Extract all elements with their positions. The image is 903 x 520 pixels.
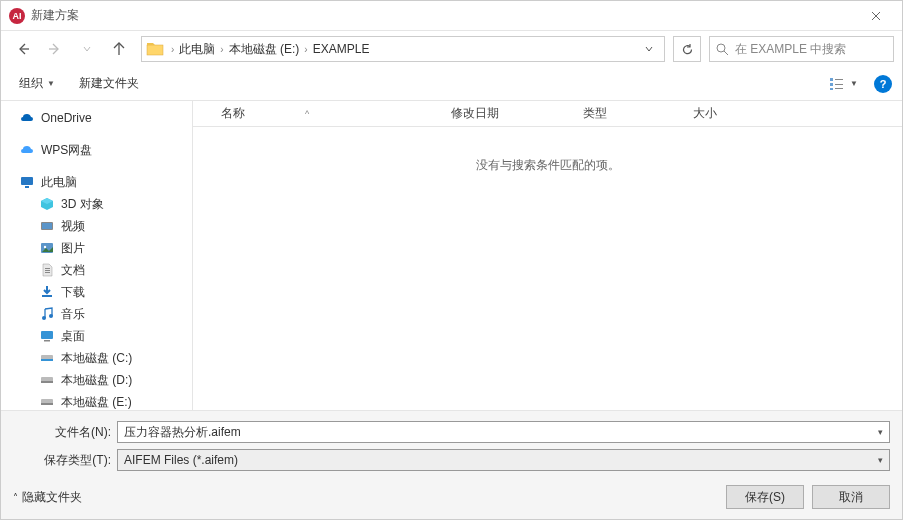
drive-icon: [39, 394, 55, 410]
sidebar-item-onedrive[interactable]: OneDrive: [1, 107, 192, 129]
app-icon: AI: [9, 8, 25, 24]
chevron-right-icon: ›: [301, 44, 310, 55]
path-dropdown[interactable]: [638, 44, 660, 54]
filetype-select[interactable]: AIFEM Files (*.aifem) ▾: [117, 449, 890, 471]
drive-icon: [39, 372, 55, 388]
chevron-down-icon[interactable]: ▾: [878, 427, 883, 437]
refresh-icon: [681, 43, 694, 56]
svg-rect-11: [42, 223, 52, 229]
empty-message: 没有与搜索条件匹配的项。: [193, 127, 902, 410]
svg-point-19: [49, 314, 53, 318]
column-size[interactable]: 大小: [685, 105, 755, 122]
view-details-icon: [830, 77, 846, 91]
sidebar-item-videos[interactable]: 视频: [1, 215, 192, 237]
monitor-icon: [19, 174, 35, 190]
arrow-left-icon: [16, 42, 30, 56]
document-icon: [39, 262, 55, 278]
cloud-icon: [19, 110, 35, 126]
chevron-down-icon: [644, 44, 654, 54]
arrow-right-icon: [48, 42, 62, 56]
sidebar-item-desktop[interactable]: 桌面: [1, 325, 192, 347]
search-placeholder: 在 EXAMPLE 中搜索: [735, 41, 846, 58]
file-list-area: 名称 ^ 修改日期 类型 大小 没有与搜索条件匹配的项。: [193, 101, 902, 410]
chevron-right-icon: ›: [217, 44, 226, 55]
svg-rect-8: [21, 177, 33, 185]
svg-rect-16: [45, 272, 50, 273]
titlebar: AI 新建方案: [1, 1, 902, 31]
breadcrumb[interactable]: EXAMPLE: [311, 42, 372, 56]
column-headers: 名称 ^ 修改日期 类型 大小: [193, 101, 902, 127]
sidebar-item-pictures[interactable]: 图片: [1, 237, 192, 259]
arrow-up-icon: [112, 42, 126, 56]
toolbar: 组织 ▼ 新建文件夹 ▼ ?: [1, 67, 902, 101]
svg-rect-0: [147, 45, 163, 55]
new-folder-button[interactable]: 新建文件夹: [71, 71, 147, 96]
cancel-button[interactable]: 取消: [812, 485, 890, 509]
sidebar-item-disk-d[interactable]: 本地磁盘 (D:): [1, 369, 192, 391]
close-icon: [871, 11, 881, 21]
window-title: 新建方案: [31, 7, 858, 24]
help-button[interactable]: ?: [874, 75, 892, 93]
organize-menu[interactable]: 组织 ▼: [11, 71, 63, 96]
hide-folders-toggle[interactable]: ˄ 隐藏文件夹: [13, 489, 82, 506]
svg-rect-25: [41, 381, 53, 383]
up-button[interactable]: [105, 35, 133, 63]
breadcrumb-bar[interactable]: › 此电脑 › 本地磁盘 (E:) › EXAMPLE: [141, 36, 665, 62]
drive-icon: [39, 350, 55, 366]
svg-rect-5: [835, 79, 843, 80]
download-icon: [39, 284, 55, 300]
video-icon: [39, 218, 55, 234]
sidebar-item-music[interactable]: 音乐: [1, 303, 192, 325]
breadcrumb[interactable]: 本地磁盘 (E:): [227, 41, 302, 58]
svg-rect-9: [25, 186, 29, 188]
sort-asc-icon: ^: [305, 109, 309, 119]
svg-rect-6: [835, 84, 843, 85]
svg-point-13: [44, 246, 46, 248]
svg-rect-17: [42, 295, 52, 297]
back-button[interactable]: [9, 35, 37, 63]
search-icon: [716, 43, 729, 56]
recent-button[interactable]: [73, 35, 101, 63]
footer: 文件名(N): 压力容器热分析.aifem ▾ 保存类型(T): AIFEM F…: [1, 410, 902, 519]
svg-rect-14: [45, 268, 50, 269]
chevron-right-icon: ›: [168, 44, 177, 55]
breadcrumb[interactable]: 此电脑: [177, 41, 217, 58]
music-icon: [39, 306, 55, 322]
cube-icon: [39, 196, 55, 212]
chevron-down-icon: [82, 44, 92, 54]
sidebar-item-disk-e[interactable]: 本地磁盘 (E:): [1, 391, 192, 410]
svg-rect-27: [41, 403, 53, 405]
sidebar-item-documents[interactable]: 文档: [1, 259, 192, 281]
filename-input[interactable]: 压力容器热分析.aifem ▾: [117, 421, 890, 443]
chevron-up-icon: ˄: [13, 492, 18, 503]
refresh-button[interactable]: [673, 36, 701, 62]
chevron-down-icon: ▼: [850, 79, 858, 88]
svg-rect-15: [45, 270, 50, 271]
svg-rect-2: [830, 78, 833, 81]
forward-button[interactable]: [41, 35, 69, 63]
sidebar-item-3d-objects[interactable]: 3D 对象: [1, 193, 192, 215]
svg-rect-3: [830, 83, 833, 86]
close-button[interactable]: [858, 1, 894, 31]
search-input[interactable]: 在 EXAMPLE 中搜索: [709, 36, 894, 62]
filetype-label: 保存类型(T):: [13, 452, 117, 469]
chevron-down-icon[interactable]: ▾: [878, 455, 883, 465]
svg-rect-20: [41, 331, 53, 339]
sidebar-item-this-pc[interactable]: 此电脑: [1, 171, 192, 193]
svg-rect-23: [41, 359, 53, 361]
svg-rect-21: [44, 340, 50, 342]
sidebar-item-disk-c[interactable]: 本地磁盘 (C:): [1, 347, 192, 369]
column-type[interactable]: 类型: [575, 105, 685, 122]
folder-icon: [146, 40, 164, 58]
svg-point-1: [717, 44, 725, 52]
picture-icon: [39, 240, 55, 256]
view-options-button[interactable]: ▼: [824, 73, 864, 95]
sidebar-item-wps[interactable]: WPS网盘: [1, 139, 192, 161]
column-date[interactable]: 修改日期: [443, 105, 575, 122]
cloud-icon: [19, 142, 35, 158]
column-name[interactable]: 名称 ^: [213, 105, 443, 122]
navbar: › 此电脑 › 本地磁盘 (E:) › EXAMPLE 在 EXAMPLE 中搜…: [1, 31, 902, 67]
svg-rect-4: [830, 88, 833, 90]
save-button[interactable]: 保存(S): [726, 485, 804, 509]
sidebar-item-downloads[interactable]: 下载: [1, 281, 192, 303]
